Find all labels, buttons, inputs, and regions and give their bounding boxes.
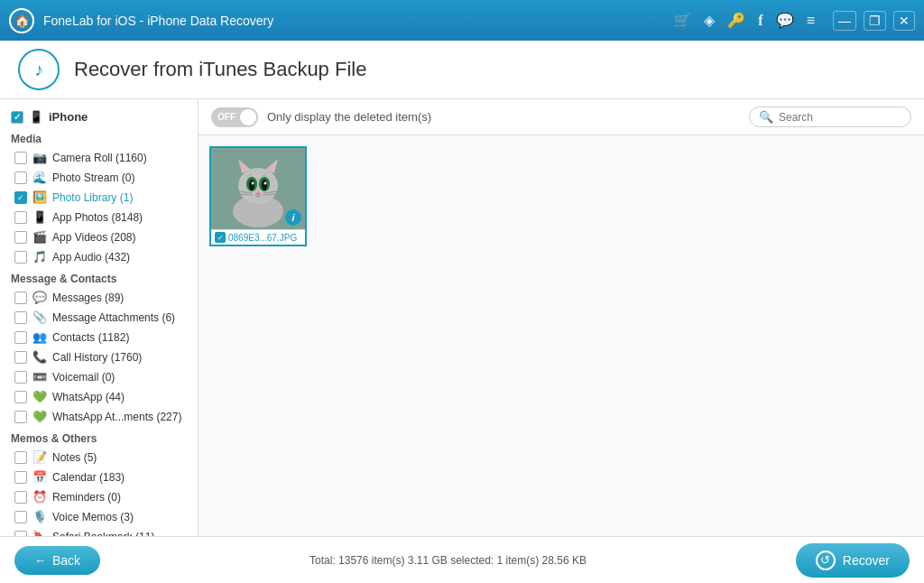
messages-icon: 💬 [32, 291, 47, 305]
message-attachments-checkbox[interactable] [14, 311, 27, 324]
search-input[interactable] [779, 111, 905, 124]
calendar-checkbox[interactable] [14, 471, 27, 484]
contacts-label: Contacts (1182) [52, 331, 129, 344]
voicemail-label: Voicemail (0) [52, 371, 115, 384]
message-attachments-icon: 📎 [32, 310, 47, 325]
app-videos-label: App Videos (208) [52, 231, 136, 244]
section-memos-header: Memos & Others [0, 427, 198, 448]
voice-memos-checkbox[interactable] [14, 511, 27, 523]
sidebar-item-messages[interactable]: 💬 Messages (89) [0, 288, 198, 308]
recover-button[interactable]: ↺ Recover [796, 543, 910, 578]
footer: ← Back Total: 13576 item(s) 3.11 GB sele… [0, 536, 924, 583]
photo-library-checkbox[interactable] [14, 191, 27, 204]
sidebar: 📱 iPhone Media 📷 Camera Roll (1160) 🌊 Ph… [0, 99, 199, 536]
title-icons: 🛒 ◈ 🔑 f 💬 ≡ [673, 12, 815, 29]
whatsapp-checkbox[interactable] [14, 391, 27, 403]
chat-icon[interactable]: 💬 [776, 12, 794, 29]
message-attachments-label: Message Attachments (6) [52, 311, 175, 324]
photo-grid: i 0869E3...67.JPG [199, 135, 924, 536]
app-photos-icon: 📱 [32, 210, 47, 225]
photo-stream-label: Photo Stream (0) [52, 171, 134, 184]
camera-roll-icon: 📷 [32, 151, 47, 165]
app-audio-icon: 🎵 [32, 250, 47, 264]
minimize-button[interactable]: — [833, 11, 856, 31]
reminders-icon: ⏰ [32, 490, 47, 504]
device-checkbox[interactable] [11, 111, 23, 124]
sidebar-item-app-photos[interactable]: 📱 App Photos (8148) [0, 208, 198, 227]
contacts-icon: 👥 [32, 330, 47, 345]
title-bar: 🏠 FoneLab for iOS - iPhone Data Recovery… [0, 0, 924, 41]
photo-stream-checkbox[interactable] [14, 171, 27, 184]
toggle-knob [240, 109, 256, 125]
footer-status: Total: 13576 item(s) 3.11 GB selected: 1… [100, 554, 796, 567]
app-photos-checkbox[interactable] [14, 211, 27, 224]
facebook-icon[interactable]: f [758, 13, 762, 29]
voice-memos-label: Voice Memos (3) [52, 511, 134, 523]
back-button[interactable]: ← Back [14, 546, 100, 575]
voicemail-checkbox[interactable] [14, 371, 27, 384]
deleted-items-toggle[interactable]: OFF [211, 107, 258, 127]
cart-icon[interactable]: 🛒 [673, 12, 691, 29]
search-box[interactable]: 🔍 [749, 106, 911, 127]
sidebar-item-whatsapp-attachments[interactable]: 💚 WhatsApp At...ments (227) [0, 407, 198, 427]
sidebar-item-camera-roll[interactable]: 📷 Camera Roll (1160) [0, 148, 198, 168]
sidebar-item-whatsapp[interactable]: 💚 WhatsApp (44) [0, 387, 198, 407]
content-toolbar: OFF Only display the deleted item(s) 🔍 [199, 99, 924, 135]
app-videos-checkbox[interactable] [14, 231, 27, 244]
whatsapp-attachments-label: WhatsApp At...ments (227) [52, 411, 181, 423]
safari-bookmark-checkbox[interactable] [14, 531, 27, 536]
whatsapp-attachments-icon: 💚 [32, 410, 47, 424]
device-label: iPhone [49, 110, 88, 124]
key-icon[interactable]: 🔑 [727, 12, 745, 29]
photo-item[interactable]: i 0869E3...67.JPG [209, 146, 307, 246]
photo-checkbox[interactable] [215, 232, 226, 243]
reminders-label: Reminders (0) [52, 491, 121, 504]
sidebar-item-voice-memos[interactable]: 🎙️ Voice Memos (3) [0, 507, 198, 527]
sidebar-item-safari-bookmark[interactable]: 🔖 Safari Bookmark (11) [0, 527, 198, 536]
menu-icon[interactable]: ≡ [807, 13, 815, 29]
safari-bookmark-icon: 🔖 [32, 530, 47, 536]
camera-roll-label: Camera Roll (1160) [52, 152, 147, 164]
svg-point-11 [262, 180, 267, 190]
close-button[interactable]: ✕ [893, 11, 915, 31]
sidebar-item-voicemail[interactable]: 📼 Voicemail (0) [0, 367, 198, 387]
back-label: Back [52, 553, 80, 568]
toggle-label: OFF [217, 112, 236, 122]
photo-filename: 0869E3...67.JPG [228, 233, 297, 243]
signal-icon[interactable]: ◈ [704, 12, 715, 29]
call-history-checkbox[interactable] [14, 351, 27, 364]
sidebar-item-app-audio[interactable]: 🎵 App Audio (432) [0, 247, 198, 267]
voicemail-icon: 📼 [32, 370, 47, 384]
main-layout: 📱 iPhone Media 📷 Camera Roll (1160) 🌊 Ph… [0, 99, 924, 536]
sidebar-item-photo-library[interactable]: 🖼️ Photo Library (1) [0, 188, 198, 208]
whatsapp-attachments-checkbox[interactable] [14, 411, 27, 423]
sidebar-device: 📱 iPhone [0, 106, 198, 127]
recover-icon: ↺ [816, 551, 836, 570]
contacts-checkbox[interactable] [14, 331, 27, 344]
sidebar-item-notes[interactable]: 📝 Notes (5) [0, 448, 198, 467]
section-media-header: Media [0, 127, 198, 148]
app-audio-checkbox[interactable] [14, 251, 27, 264]
sidebar-item-reminders[interactable]: ⏰ Reminders (0) [0, 487, 198, 507]
app-header: ♪ Recover from iTunes Backup File [0, 41, 924, 99]
sidebar-item-call-history[interactable]: 📞 Call History (1760) [0, 347, 198, 367]
app-title: FoneLab for iOS - iPhone Data Recovery [43, 14, 664, 28]
voice-memos-icon: 🎙️ [32, 510, 47, 524]
sidebar-item-app-videos[interactable]: 🎬 App Videos (208) [0, 227, 198, 247]
sidebar-item-calendar[interactable]: 📅 Calendar (183) [0, 467, 198, 487]
reminders-checkbox[interactable] [14, 491, 27, 504]
photo-library-icon: 🖼️ [32, 190, 47, 205]
photo-info-icon[interactable]: i [285, 209, 301, 226]
recover-label: Recover [843, 553, 890, 568]
notes-checkbox[interactable] [14, 451, 27, 464]
device-icon: 📱 [29, 110, 43, 124]
messages-checkbox[interactable] [14, 292, 27, 304]
sidebar-item-message-attachments[interactable]: 📎 Message Attachments (6) [0, 308, 198, 328]
restore-button[interactable]: ❐ [864, 11, 886, 31]
page-title: Recover from iTunes Backup File [74, 58, 366, 81]
sidebar-item-photo-stream[interactable]: 🌊 Photo Stream (0) [0, 168, 198, 188]
camera-roll-checkbox[interactable] [14, 152, 27, 164]
sidebar-item-contacts[interactable]: 👥 Contacts (1182) [0, 328, 198, 347]
safari-bookmark-label: Safari Bookmark (11) [52, 531, 154, 536]
app-videos-icon: 🎬 [32, 230, 47, 245]
